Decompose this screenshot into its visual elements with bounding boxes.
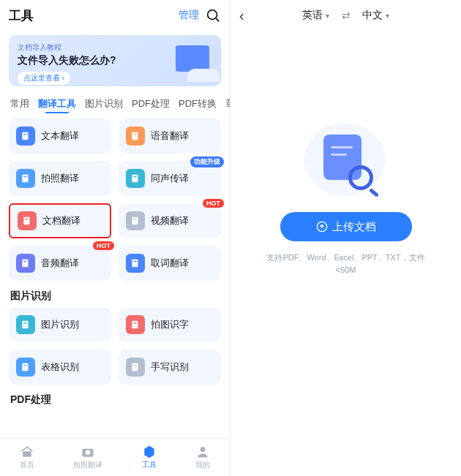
tool-icon (16, 169, 35, 188)
tool-icon (126, 169, 145, 188)
import-banner[interactable]: 文档导入教程 文件导入失败怎么办? 点这里查看 › (9, 35, 221, 86)
svg-rect-16 (132, 260, 138, 268)
tab-翻译工具[interactable]: 翻译工具 (38, 97, 76, 110)
svg-rect-14 (22, 260, 28, 268)
hex-icon (142, 445, 157, 459)
swap-lang-icon[interactable]: ⇄ (342, 10, 351, 21)
tab-常用[interactable]: 常用 (10, 97, 29, 110)
tabbar-拍照翻译[interactable]: 拍照翻译 (73, 445, 102, 470)
svg-rect-17 (133, 261, 137, 262)
tool-拍照翻译[interactable]: 拍照翻译 (9, 161, 111, 196)
manage-link[interactable]: 管理 (179, 9, 199, 22)
tabbar-工具[interactable]: 工具 (142, 445, 157, 470)
section-title: 图片识别 (10, 290, 220, 303)
tool-表格识别[interactable]: 表格识别 (9, 350, 111, 385)
tool-icon (126, 126, 145, 146)
section-title: PDF处理 (10, 393, 220, 407)
tool-icon (16, 126, 35, 146)
svg-rect-23 (23, 365, 27, 366)
tool-icon (126, 315, 145, 334)
tool-label: 文本翻译 (41, 129, 79, 143)
page-title: 工具 (9, 7, 173, 24)
tool-icon (126, 254, 145, 273)
tool-label: 手写识别 (151, 360, 189, 374)
search-icon[interactable] (205, 7, 221, 23)
tabbar-首页[interactable]: 首页 (20, 445, 34, 470)
svg-point-29 (200, 447, 206, 452)
banner-art (151, 39, 217, 80)
upload-doc-button[interactable]: 上传文档 (280, 212, 412, 241)
tool-label: 同声传译 (151, 172, 189, 185)
chevron-down-icon: ▾ (384, 12, 390, 20)
bottom-tabbar: 首页拍照翻译工具我的 (0, 438, 230, 476)
upload-area: 上传文档 支持PDF、Word、Excel、PPT、TXT，文件<50M (230, 31, 461, 476)
left-pane: 工具 管理 文档导入教程 文件导入失败怎么办? 点这里查看 › 常用翻译工具图片… (0, 0, 230, 476)
svg-rect-12 (132, 217, 138, 225)
left-header: 工具 管理 (0, 0, 230, 31)
svg-rect-20 (132, 321, 138, 329)
svg-rect-15 (23, 261, 27, 262)
category-tabs: 常用翻译工具图片识别PDF处理PDF转换章 (0, 92, 230, 116)
badge: HOT (93, 241, 114, 250)
svg-rect-19 (23, 322, 27, 323)
tab-图片识别[interactable]: 图片识别 (85, 97, 123, 110)
back-icon[interactable]: ‹ (239, 8, 244, 23)
svg-rect-21 (133, 322, 137, 323)
svg-line-1 (216, 18, 219, 21)
svg-rect-26 (23, 451, 31, 457)
user-icon (195, 445, 210, 459)
tool-icon (16, 358, 35, 377)
tool-音频翻译[interactable]: 音频翻译HOT (9, 246, 111, 281)
translate-header: ‹ 英语 ▾ ⇄ 中文 ▾ (230, 0, 461, 31)
svg-rect-25 (133, 365, 137, 366)
tab-PDF转换[interactable]: PDF转换 (179, 97, 217, 110)
home-icon (20, 445, 34, 459)
svg-rect-7 (23, 176, 27, 177)
tool-文档翻译[interactable]: 文档翻译 (9, 203, 111, 238)
camera-icon (80, 445, 95, 459)
tool-label: 图片识别 (41, 318, 79, 331)
svg-rect-10 (23, 217, 29, 225)
svg-point-0 (208, 10, 217, 20)
svg-rect-24 (132, 363, 138, 371)
tool-icon (18, 211, 37, 230)
lang-from-select[interactable]: 英语 ▾ (302, 9, 330, 22)
tool-拍图识字[interactable]: 拍图识字 (119, 307, 221, 342)
tools-scroll[interactable]: 文本翻译语音翻译拍照翻译同声传译功能升级文档翻译视频翻译HOT音频翻译HOT取词… (0, 116, 230, 476)
svg-rect-2 (22, 132, 28, 140)
upload-icon (316, 221, 328, 233)
tool-图片识别[interactable]: 图片识别 (9, 307, 111, 342)
svg-rect-5 (133, 134, 137, 135)
tool-label: 语音翻译 (151, 129, 189, 143)
tool-label: 表格识别 (41, 360, 79, 374)
tool-视频翻译[interactable]: 视频翻译HOT (119, 203, 221, 238)
tool-icon (126, 358, 145, 377)
right-pane: ‹ 英语 ▾ ⇄ 中文 ▾ 上传文档 支持PDF、Word、Excel、PPT、… (230, 0, 461, 476)
banner-button[interactable]: 点这里查看 › (18, 72, 70, 85)
tool-icon (16, 315, 35, 334)
svg-rect-4 (132, 132, 138, 140)
svg-rect-8 (132, 175, 138, 183)
upload-illustration (313, 129, 379, 194)
svg-rect-11 (25, 219, 29, 219)
svg-rect-13 (133, 219, 137, 219)
lang-to-select[interactable]: 中文 ▾ (362, 9, 390, 22)
upload-hint: 支持PDF、Word、Excel、PPT、TXT，文件<50M (266, 252, 427, 276)
tool-文本翻译[interactable]: 文本翻译 (9, 118, 111, 154)
svg-rect-18 (22, 321, 28, 329)
tool-label: 文档翻译 (42, 214, 80, 227)
tabs-overflow[interactable]: 章 (225, 97, 230, 110)
tool-手写识别[interactable]: 手写识别 (119, 350, 221, 385)
tool-icon (126, 211, 145, 230)
tool-同声传译[interactable]: 同声传译功能升级 (119, 161, 221, 196)
tab-PDF处理[interactable]: PDF处理 (132, 97, 170, 110)
svg-point-28 (86, 450, 91, 456)
badge: 功能升级 (190, 156, 224, 167)
tool-label: 视频翻译 (151, 214, 189, 227)
tool-语音翻译[interactable]: 语音翻译 (119, 118, 221, 154)
svg-rect-9 (133, 176, 137, 177)
tool-label: 音频翻译 (41, 257, 79, 270)
tool-label: 拍照翻译 (41, 172, 79, 185)
tool-取词翻译[interactable]: 取词翻译 (119, 246, 221, 281)
tabbar-我的[interactable]: 我的 (195, 445, 210, 470)
